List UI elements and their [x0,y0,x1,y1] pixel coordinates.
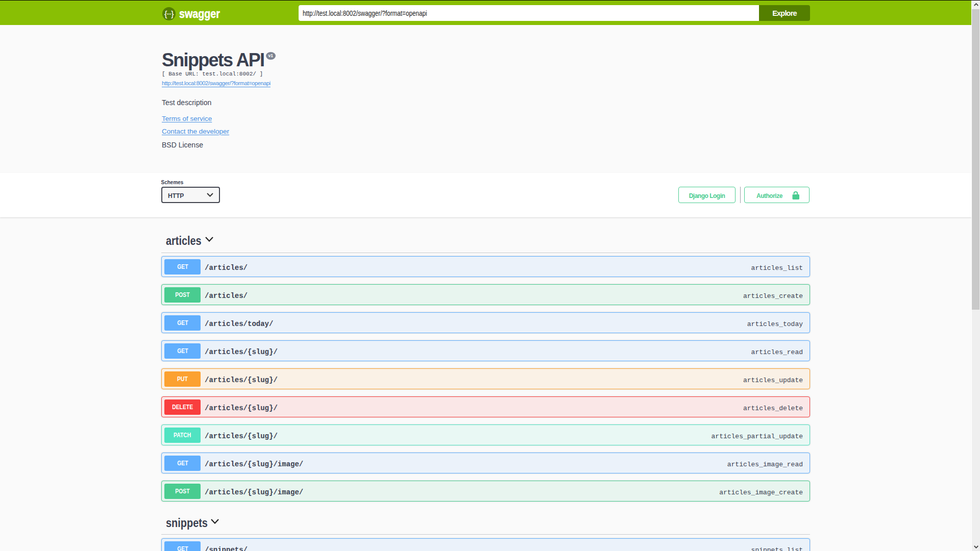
svg-text:}: } [171,9,174,19]
